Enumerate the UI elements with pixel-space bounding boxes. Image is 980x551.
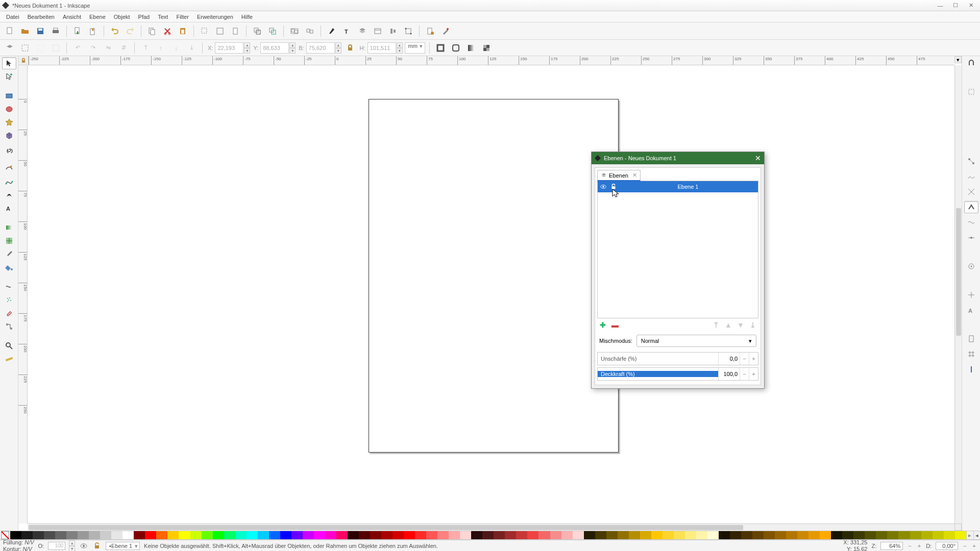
menu-objekt[interactable]: Objekt (110, 12, 134, 21)
color-swatch[interactable] (404, 531, 415, 539)
zoom-drawing-button[interactable] (213, 24, 227, 38)
remove-layer-button[interactable]: ▬ (611, 321, 619, 329)
layer-top-button[interactable]: ⤒ (713, 321, 720, 329)
menu-ebene[interactable]: Ebene (85, 12, 110, 21)
color-swatch[interactable] (471, 531, 482, 539)
ruler-vertical[interactable]: 0255075100125150175200225250 (18, 65, 28, 523)
scale-corners-button[interactable] (449, 41, 462, 55)
connector-tool[interactable] (2, 320, 16, 333)
node-tool[interactable] (2, 70, 16, 83)
undo-button[interactable] (108, 24, 121, 38)
pencil-tool[interactable] (2, 162, 16, 174)
color-swatch[interactable] (933, 531, 944, 539)
snap-guides[interactable] (964, 363, 978, 375)
color-swatch[interactable] (550, 531, 561, 539)
color-swatch[interactable] (224, 531, 235, 539)
color-swatch[interactable] (269, 531, 280, 539)
color-swatch[interactable] (910, 531, 921, 539)
color-swatch[interactable] (898, 531, 910, 539)
status-visibility-icon[interactable] (79, 541, 88, 550)
color-swatch[interactable] (460, 531, 471, 539)
layer-down-button[interactable]: ▼ (737, 321, 744, 329)
w-down[interactable]: ▼ (335, 48, 341, 54)
dock-tab-ebenen[interactable]: Ebenen ✕ (597, 170, 641, 181)
color-swatch[interactable] (573, 531, 584, 539)
deselect-button[interactable] (34, 41, 47, 55)
raise-button[interactable]: ↑ (154, 41, 167, 55)
color-swatch[interactable] (482, 531, 494, 539)
menu-bearbeiten[interactable]: Bearbeiten (23, 12, 59, 21)
tweak-tool[interactable] (2, 281, 16, 293)
unit-select[interactable]: mm (405, 42, 425, 54)
layer-name[interactable]: Ebene 1 (620, 184, 756, 190)
color-swatch[interactable] (44, 531, 55, 539)
stroke-value[interactable]: N/V (23, 546, 32, 552)
color-swatch[interactable] (775, 531, 786, 539)
dock-tab-close[interactable]: ✕ (632, 172, 637, 179)
toggle-select-button[interactable] (49, 41, 62, 55)
color-swatch[interactable] (179, 531, 190, 539)
snap-toggle[interactable] (964, 57, 978, 69)
color-swatch[interactable] (505, 531, 516, 539)
minimize-button[interactable]: — (933, 1, 947, 10)
color-swatch[interactable] (258, 531, 269, 539)
close-button[interactable]: ✕ (964, 1, 978, 10)
color-swatch[interactable] (663, 531, 674, 539)
color-swatch[interactable] (122, 531, 134, 539)
w-up[interactable]: ▲ (335, 42, 341, 48)
menu-datei[interactable]: Datei (2, 12, 23, 21)
spray-tool[interactable] (2, 294, 16, 306)
blur-plus[interactable]: + (749, 353, 758, 365)
color-swatch[interactable] (437, 531, 449, 539)
flip-v-button[interactable]: ⇵ (117, 41, 130, 55)
snap-bbox[interactable] (964, 86, 978, 98)
select-all-layers-button[interactable] (3, 41, 16, 55)
scrollbar-horizontal[interactable] (28, 523, 954, 531)
ellipse-tool[interactable] (2, 103, 16, 115)
color-swatch[interactable] (66, 531, 78, 539)
opacity-minus[interactable]: − (740, 368, 749, 380)
maximize-button[interactable]: ☐ (948, 1, 963, 10)
selector-tool[interactable] (2, 57, 16, 69)
color-swatch[interactable] (629, 531, 640, 539)
align-button[interactable] (386, 24, 400, 38)
color-swatch[interactable] (100, 531, 111, 539)
color-swatch[interactable] (853, 531, 865, 539)
ruler-corner-tr[interactable]: ▾ (954, 56, 962, 63)
color-swatch[interactable] (640, 531, 651, 539)
open-button[interactable] (18, 24, 32, 38)
color-swatch[interactable] (618, 531, 629, 539)
color-swatch[interactable] (842, 531, 853, 539)
snap-smooth[interactable] (964, 216, 978, 229)
fill-value[interactable]: N/V (24, 539, 34, 545)
color-swatch[interactable] (561, 531, 573, 539)
color-swatch[interactable] (584, 531, 595, 539)
snap-center[interactable] (964, 289, 978, 301)
color-swatch[interactable] (348, 531, 359, 539)
cut-button[interactable] (161, 24, 174, 38)
color-swatch[interactable] (876, 531, 887, 539)
paste-button[interactable] (176, 24, 189, 38)
guide-lock-button[interactable] (18, 56, 29, 65)
redo-button[interactable] (124, 24, 137, 38)
copy-button[interactable] (145, 24, 159, 38)
x-input[interactable] (215, 42, 243, 54)
color-swatch[interactable] (55, 531, 66, 539)
transform-button[interactable] (402, 24, 415, 38)
bucket-tool[interactable] (2, 261, 16, 273)
color-swatch[interactable] (325, 531, 336, 539)
color-swatch[interactable] (145, 531, 156, 539)
color-swatch[interactable] (865, 531, 876, 539)
snap-intersect[interactable] (964, 186, 978, 198)
new-doc-button[interactable] (3, 24, 16, 38)
color-swatch[interactable] (786, 531, 797, 539)
y-up[interactable]: ▲ (289, 42, 296, 48)
palette-menu[interactable]: ◂ (973, 531, 980, 539)
color-swatch[interactable] (190, 531, 202, 539)
move-patterns-button[interactable] (480, 41, 493, 55)
snap-nodes[interactable] (964, 155, 978, 167)
zoom-input[interactable]: 64% (880, 542, 903, 550)
color-swatch[interactable] (393, 531, 404, 539)
color-swatch[interactable] (494, 531, 505, 539)
h-down[interactable]: ▼ (397, 48, 403, 54)
